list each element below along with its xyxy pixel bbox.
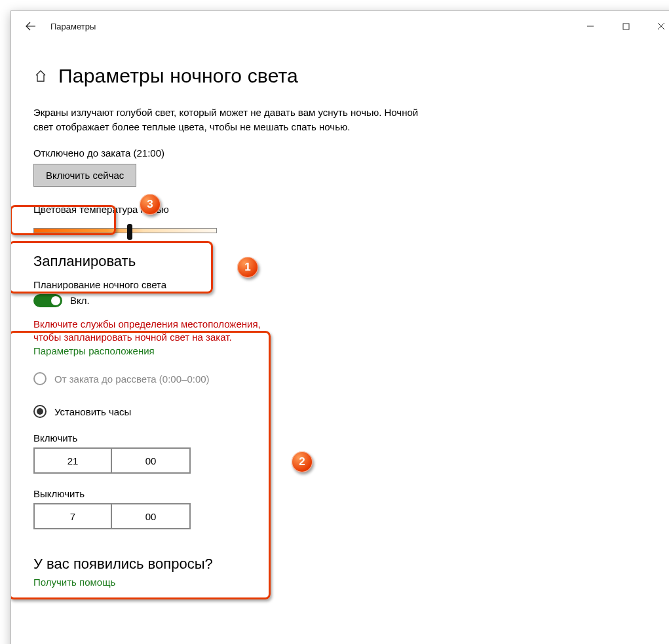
status-text: Отключено до заката (21:00)	[33, 147, 657, 159]
radio-sunset	[33, 372, 47, 385]
schedule-toggle[interactable]	[33, 294, 62, 307]
svg-rect-0	[623, 24, 629, 29]
turn-off-hour[interactable]: 7	[33, 503, 112, 529]
schedule-heading: Запланировать	[33, 253, 657, 270]
maximize-button[interactable]	[608, 11, 643, 41]
get-help-link[interactable]: Получить помощь	[33, 577, 657, 588]
page-content: Параметры ночного света Экраны излучают …	[11, 65, 669, 601]
location-warning: Включите службы определения местоположен…	[33, 318, 282, 345]
radio-dot-icon	[37, 408, 43, 415]
home-icon[interactable]	[33, 69, 48, 83]
turn-on-minute[interactable]: 00	[112, 447, 191, 474]
page-title: Параметры ночного света	[58, 65, 298, 87]
turn-on-hour[interactable]: 21	[33, 447, 112, 474]
close-button[interactable]	[643, 11, 669, 41]
title-bar: Параметры	[11, 11, 669, 41]
color-temp-label: Цветовая температура ночью	[33, 204, 657, 215]
back-arrow-icon[interactable]	[24, 20, 37, 33]
radio-sunset-label: От заката до рассвета (0:00–0:00)	[54, 373, 210, 385]
radio-set-hours-label: Установить часы	[54, 406, 131, 417]
schedule-toggle-title: Планирование ночного света	[33, 279, 657, 290]
minimize-button[interactable]	[573, 11, 608, 41]
turn-off-time-label: Выключить	[33, 488, 657, 499]
page-description: Экраны излучают голубой свет, который мо…	[33, 105, 420, 134]
window-title: Параметры	[50, 22, 96, 31]
help-heading: У вас появились вопросы?	[33, 556, 657, 573]
window-controls	[573, 11, 669, 41]
toggle-knob-icon	[51, 296, 60, 305]
color-temp-slider[interactable]	[33, 228, 217, 233]
turn-on-time-label: Включить	[33, 432, 657, 444]
radio-set-hours[interactable]	[33, 405, 47, 418]
location-settings-link[interactable]: Параметры расположения	[33, 345, 657, 356]
turn-on-now-button[interactable]: Включить сейчас	[33, 164, 136, 187]
schedule-toggle-state: Вкл.	[70, 295, 90, 306]
turn-off-minute[interactable]: 00	[112, 503, 191, 529]
slider-thumb[interactable]	[127, 224, 132, 240]
settings-window: Параметры Параметры ночного света Экраны…	[10, 10, 669, 644]
